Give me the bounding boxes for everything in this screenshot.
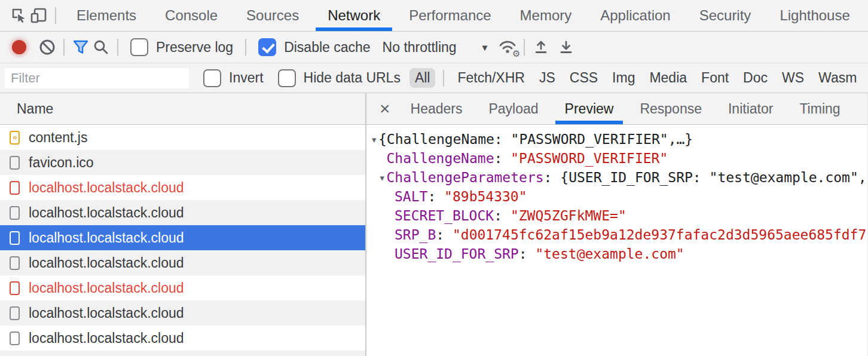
json-plain-segment: {USER_ID_FOR_SRP: "test@example.com", (560, 170, 866, 185)
filter-type-all[interactable]: All (409, 68, 436, 88)
tab-security[interactable]: Security (685, 0, 766, 31)
invert-checkbox[interactable] (203, 69, 221, 87)
request-rows: ‹›content.jsfavicon.icolocalhost.localst… (0, 125, 365, 356)
request-name: localhost.localstack.cloud (29, 180, 184, 196)
filter-icon[interactable] (71, 37, 91, 57)
devtools-tabbar: ElementsConsoleSourcesNetworkPerformance… (0, 0, 868, 32)
import-har-icon[interactable] (531, 37, 551, 57)
close-icon[interactable]: × (366, 99, 398, 119)
detail-tab-payload[interactable]: Payload (475, 93, 551, 124)
document-icon (10, 156, 20, 170)
json-string-segment: "PASSWORD_VERIFIER" (511, 151, 668, 166)
detail-tab-headers[interactable]: Headers (398, 93, 476, 124)
request-row[interactable]: localhost.localstack.cloud (0, 250, 365, 275)
tab-network[interactable]: Network (313, 0, 395, 31)
json-tree-line[interactable]: ▾{ChallengeName: "PASSWORD_VERIFIER",…} (366, 130, 867, 149)
json-key-segment: USER_ID_FOR_SRP (395, 246, 519, 262)
json-plain-segment: : (436, 227, 453, 243)
throttling-select[interactable]: No throttling ▼ (383, 39, 490, 56)
disable-cache-label: Disable cache (284, 39, 370, 56)
disable-cache-toggle[interactable]: Disable cache (258, 38, 370, 56)
json-key-segment: SRP_B (395, 227, 436, 243)
filter-bar: Invert Hide data URLs AllFetch/XHRJSCSSI… (0, 63, 868, 93)
preview-json-tree: ▾{ChallengeName: "PASSWORD_VERIFIER",…}C… (366, 125, 867, 356)
record-icon[interactable] (12, 40, 26, 54)
json-key-segment: SALT (395, 189, 427, 204)
filter-type-media[interactable]: Media (644, 68, 692, 88)
invert-toggle[interactable]: Invert (203, 69, 264, 87)
request-row[interactable]: localhost.localstack.cloud (0, 200, 365, 225)
expander-triangle-icon[interactable]: ▾ (371, 130, 378, 149)
divider (443, 70, 444, 87)
request-row[interactable]: localhost.localstack.cloud (0, 275, 365, 300)
document-icon (10, 231, 20, 245)
request-row[interactable]: localhost.localstack.cloud (0, 326, 365, 351)
hide-data-urls-checkbox[interactable] (278, 69, 296, 87)
filter-type-css[interactable]: CSS (564, 68, 603, 88)
tab-lighthouse[interactable]: Lighthouse (765, 0, 864, 31)
tab-sources[interactable]: Sources (232, 0, 313, 31)
request-row[interactable]: localhost.localstack.cloud (0, 300, 365, 326)
clear-icon[interactable] (37, 37, 57, 57)
request-name: localhost.localstack.cloud (29, 280, 184, 296)
divider (63, 39, 65, 56)
filter-type-wasm[interactable]: Wasm (813, 68, 862, 88)
json-tree-line: USER_ID_FOR_SRP: "test@example.com" (366, 244, 867, 263)
json-string-segment: "test@example.com" (535, 246, 684, 262)
tab-application[interactable]: Application (586, 0, 684, 31)
detail-tab-timing[interactable]: Timing (786, 93, 853, 124)
request-row[interactable]: localhost.localstack.cloud (0, 175, 365, 200)
tab-performance[interactable]: Performance (395, 0, 505, 31)
search-icon[interactable] (91, 37, 111, 57)
network-conditions-icon[interactable]: ⚙ (497, 37, 518, 57)
filter-type-manifest[interactable]: Manifest (866, 68, 868, 88)
json-tree-line: ChallengeName: "PASSWORD_VERIFIER" (366, 149, 867, 168)
filter-type-img[interactable]: Img (607, 68, 640, 88)
request-name: localhost.localstack.cloud (29, 330, 184, 346)
detail-tabs: × HeadersPayloadPreviewResponseInitiator… (366, 93, 867, 125)
device-toolbar-icon[interactable] (29, 5, 49, 26)
disable-cache-checkbox[interactable] (258, 38, 276, 56)
json-string-segment: "89b54330" (444, 189, 527, 204)
filter-type-fetchxhr[interactable]: Fetch/XHR (452, 68, 530, 88)
filter-type-js[interactable]: JS (534, 68, 561, 88)
detail-tab-response[interactable]: Response (626, 93, 715, 124)
name-column-header[interactable]: Name (0, 93, 365, 125)
json-key-segment: ChallengeName (387, 151, 494, 166)
tab-memory[interactable]: Memory (506, 0, 586, 31)
request-row[interactable]: ‹›content.js (0, 125, 365, 150)
document-icon (10, 306, 20, 320)
document-icon (10, 281, 20, 295)
json-tree-line[interactable]: ▾ChallengeParameters: {USER_ID_FOR_SRP: … (366, 168, 867, 187)
request-name: localhost.localstack.cloud (29, 205, 184, 221)
detail-tab-preview[interactable]: Preview (552, 93, 627, 124)
preserve-log-checkbox[interactable] (130, 38, 148, 56)
inspect-element-icon[interactable] (8, 5, 29, 26)
json-key-segment: SECRET_BLOCK (395, 208, 494, 223)
filter-type-doc[interactable]: Doc (738, 68, 773, 88)
request-name: favicon.ico (29, 155, 94, 171)
divider (524, 39, 525, 56)
preserve-log-toggle[interactable]: Preserve log (130, 38, 233, 56)
request-row[interactable]: favicon.ico (0, 150, 365, 175)
export-har-icon[interactable] (556, 37, 576, 57)
detail-tab-initiator[interactable]: Initiator (715, 93, 786, 124)
json-plain-segment: : (544, 170, 561, 185)
filter-input[interactable] (5, 68, 189, 88)
request-row[interactable]: localhost.localstack.cloud (0, 225, 365, 250)
json-tree-line: SALT: "89b54330" (366, 187, 867, 206)
invert-label: Invert (229, 70, 264, 86)
filter-type-font[interactable]: Font (696, 68, 734, 88)
request-name: content.js (29, 130, 87, 146)
tab-console[interactable]: Console (151, 0, 232, 31)
document-icon (10, 332, 20, 345)
filter-type-ws[interactable]: WS (777, 68, 809, 88)
expander-triangle-icon[interactable]: ▾ (379, 168, 387, 187)
request-type-filters: AllFetch/XHRJSCSSImgMediaFontDocWSWasmMa… (408, 68, 868, 88)
json-plain-segment: : (494, 151, 511, 166)
tab-elements[interactable]: Elements (62, 0, 151, 31)
document-icon (10, 256, 20, 270)
json-key-segment: ChallengeParameters (387, 170, 544, 185)
request-detail-panel: × HeadersPayloadPreviewResponseInitiator… (366, 93, 868, 356)
hide-data-urls-toggle[interactable]: Hide data URLs (278, 69, 401, 87)
